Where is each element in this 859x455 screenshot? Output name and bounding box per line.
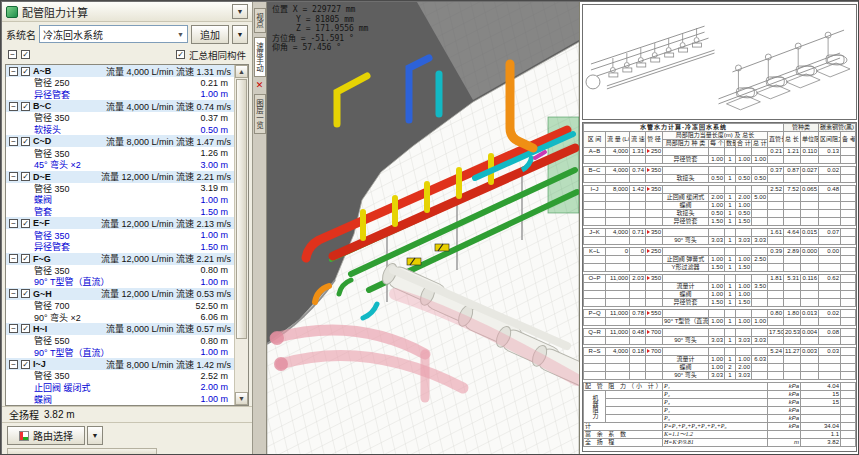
item-length: 0.80 m [200,336,228,346]
route-dropdown-button[interactable]: ▼ [87,426,103,445]
scrollbar-thumb[interactable] [236,79,247,339]
segment-group-row[interactable]: −✓E~F流量 12,000 L/min 流速 2.13 m/s [6,217,234,229]
segment-checkbox[interactable]: ✓ [21,67,30,76]
segment-item-row[interactable]: 管径 70052.50 m [6,300,234,312]
expander-icon[interactable]: − [9,102,18,111]
item-length: 1.00 m [200,347,228,357]
segment-checkbox[interactable]: ✓ [21,360,30,369]
segment-checkbox[interactable]: ✓ [21,254,30,263]
close-icon[interactable]: ✕ [256,81,264,90]
table-summary-row: 全 扬 程H=K·P/9.81m3.82 [584,439,856,447]
red-tick-icon [647,330,650,334]
scrollbar[interactable]: ▲ ▼ [234,65,248,405]
add-button[interactable]: 追加 [191,25,229,44]
segment-item-row[interactable]: 管径 3502.52 m [6,370,234,382]
scroll-down-icon[interactable]: ▼ [235,392,248,405]
side-tab[interactable]: 图层一览 [254,94,266,134]
item-length: 1.00 m [200,230,228,240]
segment-item-row[interactable]: 45° 弯头 ×23.00 m [6,159,234,171]
item-length: 6.06 m [200,312,228,322]
segment-checkbox[interactable]: ✓ [21,137,30,146]
expander-icon[interactable]: − [9,324,18,333]
table-title: 水管水力计算-冷冻回水系统 [584,124,784,132]
segment-name: F~G [33,254,51,264]
scroll-up-icon[interactable]: ▲ [235,65,248,78]
red-tick-icon [647,349,650,353]
table-fitting-row: 软接头0.5010.500.50 [584,175,856,183]
expander-icon[interactable]: − [9,172,18,181]
table-fitting-row: 蝶阀1.0022.00 [584,364,856,372]
expander-icon[interactable]: − [9,360,18,369]
segment-item-row[interactable]: 管套1.50 m [6,206,234,218]
segment-group-row[interactable]: −✓I~J流量 8,000 L/min 流速 1.42 m/s [6,358,234,370]
panel-menu-button[interactable]: ▼ [232,4,248,19]
table-fitting-row: 蝶阀1.0011.00 [584,202,856,210]
segment-item-row[interactable]: 止回阀 缓闭式2.00 m [6,382,234,394]
segment-item-row[interactable]: 蝶阀1.00 m [6,194,234,206]
segment-item-row[interactable]: 管径 3500.37 m [6,112,234,124]
3d-scene [267,2,579,455]
segment-item-row[interactable]: 管径 5500.80 m [6,335,234,347]
segment-item-row[interactable]: 管径 3500.80 m [6,265,234,277]
route-select-label: 路由选择 [33,428,73,443]
pipe-resistance-panel: 配管阻力计算 ▼ 系统名 冷冻回水系统 ▼ 追加 ▼ − ✓ ✓ 汇总相同构件 … [2,2,253,455]
expander-icon[interactable]: − [9,219,18,228]
system-name-value: 冷冻回水系统 [43,27,103,42]
total-head-label: 全扬程 [9,407,39,422]
3d-viewport[interactable]: 位置 X = 229727 mm Y = 81805 mm Z = 171.95… [267,2,579,455]
segment-item-row[interactable]: 异径管套1.50 m [6,241,234,253]
table-summary-row: P₄kPa [584,407,856,415]
segment-checkbox[interactable]: ✓ [21,172,30,181]
segment-item-row[interactable]: 90° 弯头 ×26.06 m [6,311,234,323]
segment-checkbox[interactable]: ✓ [21,102,30,111]
segment-flow-velocity: 流量 8,000 L/min 流速 1.47 m/s [106,135,231,148]
segment-item-row[interactable]: 管径 2500.21 m [6,77,234,89]
segment-item-row[interactable]: 90° T型管（直流）1.00 m [6,276,234,288]
item-length: 1.00 m [200,277,228,287]
segment-item-row[interactable]: 管径 3503.19 m [6,183,234,195]
segment-checkbox[interactable]: ✓ [21,219,30,228]
table-segment-row: O~P11,0002.033501.815.310.1160.62 [584,275,856,283]
segment-item-row[interactable]: 异径管套1.00 m [6,89,234,101]
collapse-all-button[interactable]: − [8,50,17,59]
expander-icon[interactable]: − [9,137,18,146]
table-segment-row: J~K4,0000.713501.614.640.0150.07 [584,229,856,237]
item-label: 90° 弯头 ×2 [34,311,81,324]
segment-group-row[interactable]: −✓H~I流量 8,000 L/min 流速 0.57 m/s [6,323,234,335]
route-select-button[interactable]: 路由选择 [7,426,85,445]
red-tick-icon [647,311,650,315]
system-name-combobox[interactable]: 冷冻回水系统 ▼ [39,25,188,43]
add-dropdown-button[interactable]: ▼ [232,25,248,44]
segment-group-row[interactable]: −✓A~B流量 4,000 L/min 流速 1.31 m/s [6,65,234,77]
expander-icon[interactable]: − [9,254,18,263]
segment-group-row[interactable]: −✓F~G流量 12,000 L/min 流速 2.21 m/s [6,253,234,265]
segment-group-row[interactable]: −✓C~D流量 8,000 L/min 流速 1.47 m/s [6,135,234,147]
segment-item-row[interactable]: 蝶阀1.00 m [6,393,234,405]
segment-group-row[interactable]: −✓B~C流量 4,000 L/min 流速 0.74 m/s [6,100,234,112]
summarize-checkbox[interactable]: ✓ [176,50,185,59]
segment-checkbox[interactable]: ✓ [21,324,30,333]
item-length: 0.80 m [200,265,228,275]
segment-group-row[interactable]: −✓G~H流量 12,000 L/min 流速 0.53 m/s [6,288,234,300]
segment-item-row[interactable]: 90° T型管（直流）1.00 m [6,347,234,359]
segment-flow-velocity: 流量 12,000 L/min 流速 0.53 m/s [101,287,231,300]
item-label: 管套 [34,205,52,218]
side-tab[interactable]: 速度手动 [254,37,266,77]
item-label: 软接头 [34,123,61,136]
hydraulic-calc-table: 水管水力计算-冷冻回水系统管种类碳素钢管(黑)区 间流 量 (L/min)流 速… [582,122,857,452]
check-all-checkbox[interactable]: ✓ [21,50,30,59]
item-label: 45° 弯头 ×2 [34,158,81,171]
expander-icon[interactable]: − [9,67,18,76]
red-tick-icon [647,187,650,191]
segment-checkbox[interactable]: ✓ [21,289,30,298]
expander-icon[interactable]: − [9,289,18,298]
segment-item-row[interactable]: 管径 3501.00 m [6,229,234,241]
pipe-type-label: 管种类 [784,124,819,132]
pipe-type-value: 碳素钢管(黑) [819,124,856,132]
red-tick-icon [647,168,650,172]
red-tick-icon [647,230,650,234]
segment-group-row[interactable]: −✓D~E流量 12,000 L/min 流速 2.21 m/s [6,171,234,183]
segment-item-row[interactable]: 管径 3501.26 m [6,147,234,159]
side-tab[interactable]: 视点 [254,8,266,33]
segment-item-row[interactable]: 软接头0.50 m [6,124,234,136]
